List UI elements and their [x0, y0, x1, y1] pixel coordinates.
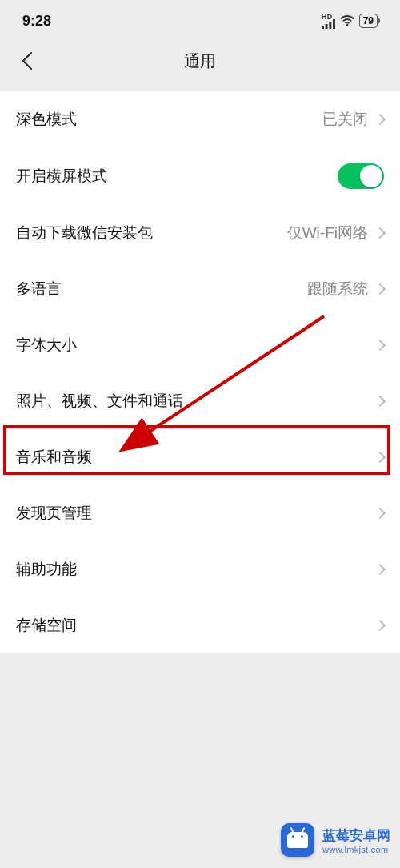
row-label: 照片、视频、文件和通话: [16, 391, 183, 412]
row-label: 音乐和音频: [16, 447, 92, 468]
row-audio[interactable]: 音乐和音频: [0, 429, 400, 485]
row-storage[interactable]: 存储空间: [0, 597, 400, 653]
page-title: 通用: [184, 50, 216, 72]
chevron-left-icon: [22, 51, 33, 70]
row-label: 存储空间: [16, 615, 77, 636]
watermark-url: www.lmkjst.com: [322, 845, 390, 854]
row-label: 开启横屏模式: [16, 166, 107, 187]
battery-indicator: 79: [359, 14, 378, 28]
svg-point-0: [346, 24, 348, 26]
row-landscape[interactable]: 开启横屏模式: [0, 147, 400, 205]
back-button[interactable]: [8, 38, 46, 83]
row-media[interactable]: 照片、视频、文件和通话: [0, 373, 400, 429]
watermark-logo-icon: [281, 823, 314, 857]
chevron-right-icon: [374, 114, 386, 125]
status-bar: 9:28 HD 79: [0, 0, 400, 38]
row-value: 跟随系统: [307, 279, 368, 299]
chevron-right-icon: [374, 564, 386, 575]
chevron-right-icon: [374, 508, 386, 519]
signal-icon: [322, 19, 335, 29]
row-label: 自动下载微信安装包: [16, 223, 153, 243]
settings-list: 深色模式 已关闭 开启横屏模式 自动下载微信安装包 仅Wi-Fi网络 多语言 跟…: [0, 91, 400, 653]
row-label: 发现页管理: [16, 503, 92, 524]
toggle-knob: [360, 165, 382, 187]
wifi-icon: [340, 15, 354, 26]
chevron-right-icon: [374, 396, 386, 407]
row-label: 辅助功能: [16, 559, 77, 580]
navbar: 通用: [0, 38, 400, 83]
chevron-right-icon: [374, 620, 386, 631]
clock: 9:28: [22, 13, 51, 30]
row-label: 多语言: [16, 279, 62, 299]
watermark-title: 蓝莓安卓网: [322, 826, 390, 845]
watermark: 蓝莓安卓网 www.lmkjst.com: [281, 823, 390, 857]
row-multilanguage[interactable]: 多语言 跟随系统: [0, 261, 400, 317]
row-dark-mode[interactable]: 深色模式 已关闭: [0, 91, 400, 147]
row-value: 已关闭: [322, 109, 368, 130]
toggle-landscape[interactable]: [338, 163, 384, 189]
row-discover[interactable]: 发现页管理: [0, 485, 400, 541]
row-auto-download[interactable]: 自动下载微信安装包 仅Wi-Fi网络: [0, 205, 400, 261]
chevron-right-icon: [374, 283, 386, 295]
row-value: 仅Wi-Fi网络: [287, 223, 368, 243]
row-label: 深色模式: [16, 109, 77, 130]
chevron-right-icon: [374, 340, 386, 351]
status-indicators: HD 79: [322, 13, 378, 29]
chevron-right-icon: [374, 227, 386, 239]
row-accessibility[interactable]: 辅助功能: [0, 541, 400, 597]
row-label: 字体大小: [16, 335, 77, 356]
chevron-right-icon: [374, 452, 386, 463]
row-font-size[interactable]: 字体大小: [0, 317, 400, 373]
